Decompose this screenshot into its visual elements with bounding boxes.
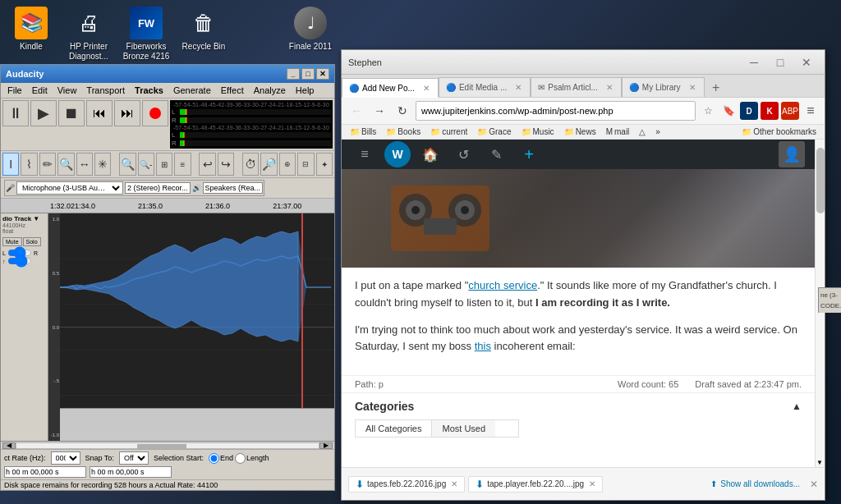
- menu-icon[interactable]: ≡: [802, 102, 820, 120]
- record-button[interactable]: [142, 100, 168, 126]
- show-all-downloads-button[interactable]: ⬆ Show all downloads...: [710, 479, 800, 488]
- browser-minimize-button[interactable]: ─: [742, 53, 765, 71]
- end-radio[interactable]: [209, 453, 219, 464]
- scroll-track[interactable]: [16, 442, 319, 449]
- this-link[interactable]: this: [475, 340, 491, 352]
- zoom-sel-button[interactable]: ⊕: [279, 153, 296, 176]
- fit-project-button[interactable]: ⊞: [156, 153, 172, 176]
- zoom-out-button[interactable]: 🔍-: [138, 153, 154, 176]
- desktop-icon-recycle-bin[interactable]: 🗑 Recycle Bin: [179, 7, 228, 62]
- silence-button[interactable]: ✦: [316, 153, 333, 176]
- extension-icon-3[interactable]: ABP: [781, 102, 799, 120]
- zoom-normal-button[interactable]: 🔎: [260, 153, 277, 176]
- browser-close-button[interactable]: ✕: [795, 53, 818, 71]
- volume-slider[interactable]: [7, 258, 32, 264]
- desktop-icon-kindle[interactable]: 📚 Kindle: [7, 7, 56, 62]
- categories-collapse-button[interactable]: ▲: [792, 401, 802, 412]
- bookmark-current[interactable]: 📁 current: [427, 126, 471, 137]
- download-close-2[interactable]: ✕: [589, 479, 595, 488]
- audacity-maximize-button[interactable]: □: [301, 68, 315, 80]
- solo-button[interactable]: Solo: [23, 237, 41, 246]
- download-close-1[interactable]: ✕: [451, 479, 457, 488]
- menu-help[interactable]: Help: [292, 85, 318, 96]
- bookmarks-more[interactable]: »: [652, 126, 664, 137]
- fit-track-button[interactable]: ≡: [174, 153, 191, 176]
- horizontal-scrollbar[interactable]: ◀ ▶: [1, 441, 334, 449]
- bookmark-gdrive[interactable]: △: [636, 126, 649, 137]
- bookmark-music[interactable]: 📁 Music: [518, 126, 558, 137]
- menu-edit[interactable]: Edit: [29, 85, 51, 96]
- extension-icon-2[interactable]: K: [761, 102, 779, 120]
- star-bookmark-icon[interactable]: ☆: [699, 102, 717, 120]
- menu-view[interactable]: View: [54, 85, 80, 96]
- bookmark-icon[interactable]: 🔖: [719, 102, 738, 120]
- tab-edit-media-close[interactable]: ✕: [513, 83, 523, 92]
- selection-tool-button[interactable]: I: [2, 153, 19, 176]
- play-button[interactable]: ▶: [30, 100, 57, 126]
- forward-button[interactable]: →: [370, 101, 389, 121]
- tab-add-post[interactable]: 🔵 Add New Po... ✕: [342, 78, 439, 98]
- church-service-link[interactable]: church service: [468, 279, 537, 291]
- time-start-input[interactable]: [4, 466, 86, 478]
- menu-transport[interactable]: Transport: [83, 85, 128, 96]
- bookmark-news[interactable]: 📁 News: [561, 126, 600, 137]
- tab-psalm-close[interactable]: ✕: [604, 83, 614, 92]
- browser-maximize-button[interactable]: □: [769, 53, 792, 71]
- audacity-close-button[interactable]: ✕: [316, 68, 329, 80]
- tab-my-library-close[interactable]: ✕: [687, 83, 697, 92]
- menu-file[interactable]: File: [4, 85, 25, 96]
- wp-home-button[interactable]: 🏠: [417, 141, 443, 167]
- wp-updates-button[interactable]: ↺: [450, 141, 476, 167]
- scroll-down-arrow[interactable]: ▼: [816, 457, 824, 467]
- wp-user-avatar[interactable]: 👤: [779, 141, 805, 167]
- reload-button[interactable]: ↻: [393, 101, 412, 121]
- multi-tool-button[interactable]: ✳: [94, 153, 111, 176]
- pause-button[interactable]: ⏸: [2, 100, 29, 126]
- bookmark-mail[interactable]: M mail: [603, 126, 633, 137]
- tab-my-library[interactable]: 🔵 My Library ✕: [622, 77, 705, 97]
- input-device-select[interactable]: Microphone (3-USB Audio CC ...: [16, 181, 123, 195]
- menu-analyze[interactable]: Analyze: [250, 85, 289, 96]
- stop-button[interactable]: ⏹: [58, 100, 85, 126]
- wp-comments-button[interactable]: ✎: [483, 141, 509, 167]
- bookmark-bills[interactable]: 📁 Bills: [347, 126, 379, 137]
- new-tab-button[interactable]: +: [706, 79, 726, 97]
- address-bar[interactable]: [416, 101, 696, 121]
- wp-logo-icon[interactable]: W: [384, 141, 411, 167]
- scroll-left-button[interactable]: ◀: [2, 442, 16, 449]
- rate-select[interactable]: 000: [51, 451, 80, 465]
- length-radio[interactable]: [235, 453, 246, 464]
- snap-select[interactable]: Off: [119, 451, 149, 465]
- undo-button[interactable]: ↩: [199, 153, 215, 176]
- scroll-thumb[interactable]: [137, 444, 186, 449]
- most-used-tab[interactable]: Most Used: [432, 420, 495, 437]
- audacity-minimize-button[interactable]: _: [287, 68, 300, 80]
- zoom-tool-button[interactable]: 🔍: [57, 153, 74, 176]
- all-categories-tab[interactable]: All Categories: [356, 420, 432, 437]
- desktop-icon-hp-printer[interactable]: 🖨 HP Printer Diagnost...: [64, 7, 113, 62]
- zoom-in-button[interactable]: 🔍: [119, 153, 136, 176]
- skip-end-button[interactable]: ⏭: [114, 100, 140, 126]
- back-button[interactable]: ←: [347, 101, 366, 121]
- tab-psalm-article[interactable]: ✉ Psalm Articl... ✕: [531, 77, 622, 97]
- extension-icon-1[interactable]: D: [740, 102, 758, 120]
- mute-button[interactable]: Mute: [2, 237, 22, 246]
- menu-effect[interactable]: Effect: [218, 85, 247, 96]
- time-end-input[interactable]: [90, 466, 172, 478]
- mixer-button[interactable]: ⏱: [242, 153, 259, 176]
- menu-generate[interactable]: Generate: [170, 85, 214, 96]
- envelope-tool-button[interactable]: ⌇: [21, 153, 37, 176]
- downloads-bar-close-button[interactable]: ✕: [810, 479, 818, 490]
- bookmark-grace[interactable]: 📁 Grace: [474, 126, 514, 137]
- menu-tracks[interactable]: Tracks: [131, 85, 167, 96]
- zoom-fit-button[interactable]: ⊟: [297, 153, 314, 176]
- skip-start-button[interactable]: ⏮: [86, 100, 113, 126]
- desktop-icon-fiberworks[interactable]: FW Fiberworks Bronze 4216: [122, 7, 171, 62]
- desktop-icon-finale[interactable]: ♩ Finale 2011: [286, 7, 335, 62]
- draw-tool-button[interactable]: ✏: [39, 153, 56, 176]
- wp-menu-toggle[interactable]: ≡: [352, 141, 378, 167]
- tab-edit-media[interactable]: 🔵 Edit Media ... ✕: [439, 77, 531, 97]
- bookmark-other[interactable]: 📁 Other bookmarks: [738, 126, 820, 137]
- scroll-right-button[interactable]: ▶: [319, 442, 333, 449]
- tab-add-post-close[interactable]: ✕: [421, 84, 431, 93]
